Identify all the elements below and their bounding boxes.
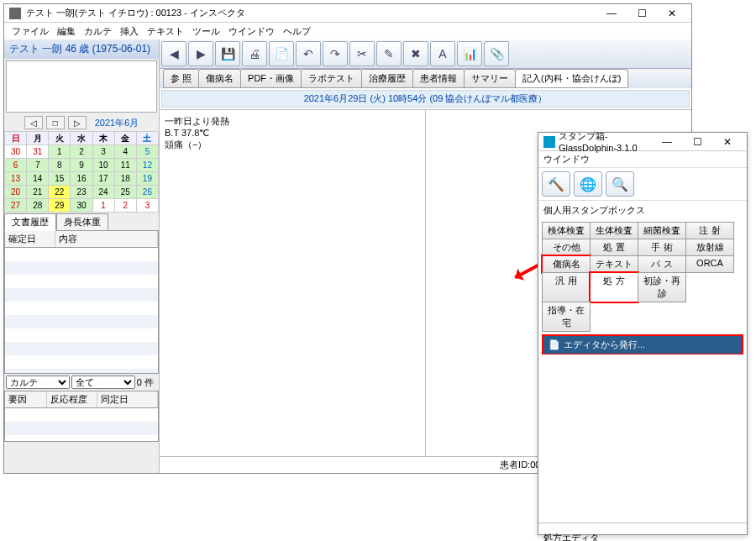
calendar-day[interactable]: 2 xyxy=(71,145,92,159)
stamp-tab[interactable]: 細菌検査 xyxy=(638,222,686,239)
calendar-day[interactable]: 17 xyxy=(92,172,114,186)
doc-list[interactable] xyxy=(4,248,159,374)
menu-karte[interactable]: カルテ xyxy=(81,24,114,39)
calendar-day[interactable]: 10 xyxy=(92,159,114,172)
allergy-list[interactable] xyxy=(4,408,159,442)
stamp-titlebar[interactable]: スタンプ箱-GlassDolphin-3.1.0 — ☐ ✕ xyxy=(538,133,747,151)
stamp-tab[interactable]: 指導・在宅 xyxy=(542,302,591,332)
menu-tool[interactable]: ツール xyxy=(190,24,223,39)
titlebar[interactable]: テスト 一朗(テスト イチロウ) : 00123 - インスペクタ — ☐ ✕ xyxy=(4,4,691,23)
menu-edit[interactable]: 編集 xyxy=(55,24,78,39)
menu-insert[interactable]: 挿入 xyxy=(118,24,141,39)
col-date[interactable]: 確定日 xyxy=(5,231,55,247)
stamp-tab[interactable]: パ ス xyxy=(638,255,686,273)
content-tab[interactable]: サマリー xyxy=(464,69,516,88)
calendar-day[interactable]: 11 xyxy=(114,159,136,172)
content-tab[interactable]: PDF・画像 xyxy=(240,69,302,88)
stamp-tab[interactable]: 放射線 xyxy=(685,239,734,256)
stamp-close-button[interactable]: ✕ xyxy=(713,134,742,150)
maximize-button[interactable]: ☐ xyxy=(627,6,656,21)
attach-button[interactable]: 📎 xyxy=(484,41,509,66)
calendar-day[interactable]: 18 xyxy=(114,172,136,186)
calendar-day[interactable]: 20 xyxy=(5,186,27,199)
stamp-tab[interactable]: 汎 用 xyxy=(542,272,591,302)
stamp-tab[interactable]: 手 術 xyxy=(638,239,686,256)
calendar-day[interactable]: 3 xyxy=(136,199,158,213)
stamp-tab[interactable]: ORCA xyxy=(685,255,734,273)
stamp-tab[interactable]: 注 射 xyxy=(685,222,734,239)
calendar-day[interactable]: 19 xyxy=(136,172,158,186)
content-tab[interactable]: 記入(内科・協会けんぽ) xyxy=(515,69,628,88)
calendar-day[interactable]: 30 xyxy=(5,145,27,159)
calendar-day[interactable]: 26 xyxy=(136,186,158,199)
calendar-day[interactable]: 24 xyxy=(92,186,114,199)
calendar-day[interactable]: 1 xyxy=(92,199,114,213)
new-button[interactable]: 📄 xyxy=(269,41,294,66)
globe-icon[interactable]: 🌐 xyxy=(574,171,602,197)
stamp-tab[interactable]: 傷病名 xyxy=(542,255,591,273)
calendar-day[interactable]: 22 xyxy=(49,186,71,199)
soa-pane[interactable]: 一昨日より発熱 B.T 37.8℃ 頭痛（−） xyxy=(160,110,426,456)
menu-text[interactable]: テキスト xyxy=(144,24,186,39)
cut-button[interactable]: ✂ xyxy=(349,41,375,66)
chart-button[interactable]: 📊 xyxy=(457,41,482,66)
tab-height-weight[interactable]: 身長体重 xyxy=(56,213,108,231)
content-tab[interactable]: 治療履歴 xyxy=(361,69,413,88)
calendar-day[interactable]: 12 xyxy=(136,159,158,172)
calendar-day[interactable]: 25 xyxy=(114,186,136,199)
content-tab[interactable]: ラボテスト xyxy=(301,69,362,88)
delete-button[interactable]: ✖ xyxy=(403,41,428,66)
save-button[interactable]: 💾 xyxy=(215,41,240,66)
calendar-day[interactable]: 7 xyxy=(27,159,49,172)
stamp-minimize-button[interactable]: — xyxy=(653,134,681,150)
calendar-day[interactable]: 27 xyxy=(5,199,27,213)
calendar-day[interactable]: 13 xyxy=(5,172,27,186)
calendar-day[interactable]: 4 xyxy=(114,145,136,159)
menu-window[interactable]: ウインドウ xyxy=(226,24,277,39)
stamp-tab[interactable]: 初診・再診 xyxy=(638,272,686,302)
minimize-button[interactable]: — xyxy=(597,6,626,21)
menu-file[interactable]: ファイル xyxy=(9,24,51,39)
calendar-day[interactable]: 23 xyxy=(71,186,92,199)
calendar-day[interactable]: 8 xyxy=(49,159,71,172)
col-cause[interactable]: 要因 xyxy=(5,391,47,407)
cal-prev-button[interactable]: ◁ xyxy=(24,116,43,129)
stamp-maximize-button[interactable]: ☐ xyxy=(683,134,711,150)
forward-button[interactable]: ▶ xyxy=(188,41,213,66)
edit-button[interactable]: ✎ xyxy=(376,41,402,66)
tab-doc-history[interactable]: 文書履歴 xyxy=(4,213,56,231)
stamp-tab[interactable]: 生体検査 xyxy=(590,222,638,239)
col-iddate[interactable]: 同定日 xyxy=(97,391,158,407)
content-tab[interactable]: 患者情報 xyxy=(412,69,465,88)
cal-next-button[interactable]: ▷ xyxy=(68,116,87,129)
calendar-day[interactable]: 28 xyxy=(27,199,49,213)
calendar-day[interactable]: 21 xyxy=(27,186,49,199)
memo-area[interactable] xyxy=(6,60,157,113)
calendar-day[interactable]: 2 xyxy=(114,199,136,213)
calendar-day[interactable]: 16 xyxy=(71,172,92,186)
calendar-day[interactable]: 9 xyxy=(71,159,92,172)
calendar-day[interactable]: 15 xyxy=(49,172,71,186)
menu-help[interactable]: ヘルプ xyxy=(281,24,313,39)
stamp-tab[interactable]: 処 置 xyxy=(590,239,638,256)
undo-button[interactable]: ↶ xyxy=(296,41,321,66)
print-button[interactable]: 🖨 xyxy=(242,41,267,66)
content-tab[interactable]: 参 照 xyxy=(163,69,199,88)
calendar-day[interactable]: 1 xyxy=(49,145,71,159)
redo-button[interactable]: ↷ xyxy=(323,41,348,66)
stamp-menu-window[interactable]: ウインドウ xyxy=(538,151,747,168)
filter-type-select[interactable]: カルテ xyxy=(6,376,70,389)
calendar-day[interactable]: 30 xyxy=(71,199,92,213)
stamp-tab[interactable]: その他 xyxy=(542,239,591,256)
back-button[interactable]: ◀ xyxy=(161,41,186,66)
calendar[interactable]: 日月火水木金土303112345678910111213141516171819… xyxy=(4,131,159,213)
stamp-tab[interactable]: 処 方 xyxy=(590,272,638,302)
font-button[interactable]: A xyxy=(430,41,455,66)
filter-all-select[interactable]: 全て xyxy=(71,376,135,389)
col-reaction[interactable]: 反応程度 xyxy=(47,391,97,407)
calendar-day[interactable]: 6 xyxy=(5,159,27,172)
calendar-day[interactable]: 14 xyxy=(27,172,49,186)
stamp-tab[interactable]: テキスト xyxy=(590,255,638,273)
content-tab[interactable]: 傷病名 xyxy=(198,69,241,88)
search-icon[interactable]: 🔍 xyxy=(606,171,634,197)
